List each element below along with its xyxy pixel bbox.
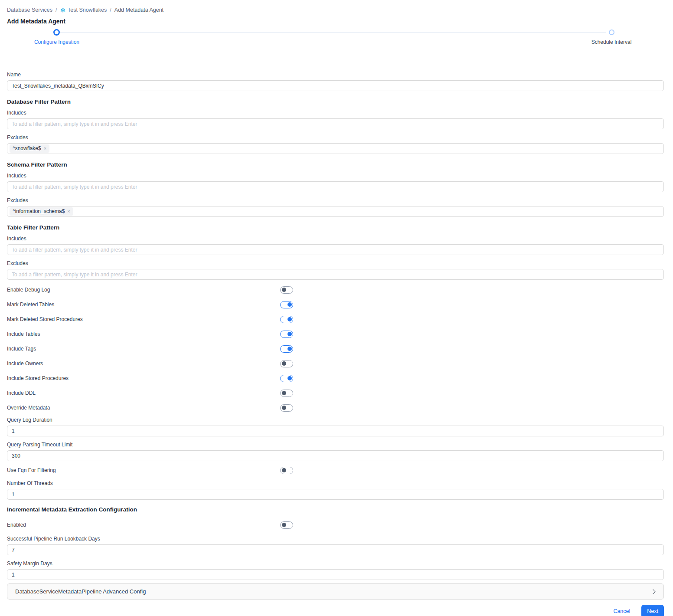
use-fqn-for-filtering-toggle[interactable] bbox=[280, 467, 293, 474]
toggle-label: Include Tables bbox=[7, 331, 40, 337]
schema-includes-label: Includes bbox=[7, 173, 664, 179]
name-label: Name bbox=[7, 72, 664, 78]
table-excludes-input[interactable] bbox=[7, 269, 664, 280]
incremental-enabled-toggle[interactable] bbox=[280, 521, 293, 529]
include-ddl-toggle[interactable] bbox=[280, 390, 293, 397]
stepper: Configure Ingestion Schedule Interval bbox=[7, 29, 664, 48]
add-metadata-agent-page: Database Services / ❄ Test Snowflakes / … bbox=[0, 0, 673, 616]
include-owners-toggle[interactable] bbox=[280, 360, 293, 367]
toggle-label: Include Stored Procedures bbox=[7, 375, 69, 382]
query-parsing-timeout-limit-input[interactable] bbox=[7, 450, 664, 461]
toggle-row-include-tables: Include Tables bbox=[7, 327, 664, 341]
safety-margin-days-label: Safety Margin Days bbox=[7, 560, 664, 567]
lookback-days-input[interactable] bbox=[7, 544, 664, 555]
table-filter-pattern-title: Table Filter Pattern bbox=[7, 224, 664, 231]
toggle-label: Include DDL bbox=[7, 390, 36, 396]
page-title: Add Metadata Agent bbox=[7, 17, 664, 25]
number-of-threads-label: Number Of Threads bbox=[7, 480, 664, 487]
breadcrumb-current: Add Metadata Agent bbox=[114, 7, 163, 13]
form-footer: Cancel Next bbox=[7, 605, 664, 616]
include-tables-toggle[interactable] bbox=[280, 331, 293, 338]
toggle-row-include-tags: Include Tags bbox=[7, 341, 664, 356]
toggle-knob bbox=[282, 361, 286, 366]
override-metadata-toggle[interactable] bbox=[280, 404, 293, 412]
toggle-label: Enable Debug Log bbox=[7, 287, 50, 293]
toggle-row-mark-deleted-tables: Mark Deleted Tables bbox=[7, 297, 664, 312]
toggle-knob bbox=[287, 347, 292, 351]
metadata-agent-form: Name Database Filter Pattern Includes Ex… bbox=[7, 72, 664, 616]
step-schedule-interval-circle bbox=[609, 29, 614, 35]
chevron-right-icon bbox=[650, 589, 655, 594]
query-log-duration-label: Query Log Duration bbox=[7, 417, 664, 423]
enable-debug-log-toggle[interactable] bbox=[280, 286, 293, 294]
toggle-list: Enable Debug Log Mark Deleted Tables Mar… bbox=[7, 282, 664, 415]
toggle-row-enabled: Enabled bbox=[7, 518, 664, 532]
safety-margin-days-input[interactable] bbox=[7, 569, 664, 580]
step-schedule-interval-label: Schedule Interval bbox=[577, 39, 646, 46]
name-input[interactable] bbox=[7, 80, 664, 91]
query-log-duration-input[interactable] bbox=[7, 426, 664, 436]
schema-excludes-input[interactable]: ^information_schema$ × bbox=[7, 206, 664, 217]
breadcrumb: Database Services / ❄ Test Snowflakes / … bbox=[7, 0, 664, 14]
database-excludes-label: Excludes bbox=[7, 134, 664, 141]
database-includes-label: Includes bbox=[7, 110, 664, 116]
next-button[interactable]: Next bbox=[641, 605, 664, 616]
stepper-connector bbox=[60, 32, 606, 33]
step-configure-ingestion-label: Configure Ingestion bbox=[22, 39, 91, 46]
filter-chip: ^snowflake$ × bbox=[10, 144, 49, 153]
toggle-row-enable-debug-log: Enable Debug Log bbox=[7, 282, 664, 297]
toggle-label: Use Fqn For Filtering bbox=[7, 467, 56, 474]
toggle-label: Mark Deleted Stored Procedures bbox=[7, 316, 83, 323]
toggle-knob bbox=[287, 376, 292, 380]
database-excludes-input[interactable]: ^snowflake$ × bbox=[7, 143, 664, 154]
database-includes-input[interactable] bbox=[7, 118, 664, 129]
toggle-row-use-fqn-for-filtering: Use Fqn For Filtering bbox=[7, 463, 664, 478]
toggle-knob bbox=[282, 391, 286, 395]
toggle-label: Enabled bbox=[7, 522, 26, 528]
table-excludes-label: Excludes bbox=[7, 260, 664, 267]
advanced-config-panel[interactable]: DatabaseServiceMetadataPipeline Advanced… bbox=[7, 583, 664, 600]
toggle-row-mark-deleted-stored-procedures: Mark Deleted Stored Procedures bbox=[7, 312, 664, 327]
schema-excludes-label: Excludes bbox=[7, 197, 664, 204]
filter-chip-text: ^information_schema$ bbox=[13, 208, 65, 215]
filter-chip: ^information_schema$ × bbox=[10, 207, 73, 216]
number-of-threads-input[interactable] bbox=[7, 489, 664, 500]
schema-filter-pattern-title: Schema Filter Pattern bbox=[7, 161, 664, 168]
chip-remove-icon[interactable]: × bbox=[44, 146, 46, 151]
cancel-button[interactable]: Cancel bbox=[613, 608, 630, 614]
toggle-label: Include Owners bbox=[7, 360, 43, 367]
query-parsing-timeout-limit-label: Query Parsing Timeout Limit bbox=[7, 442, 664, 448]
toggle-label: Include Tags bbox=[7, 346, 36, 352]
toggle-row-include-owners: Include Owners bbox=[7, 356, 664, 371]
incremental-extraction-title: Incremental Metadata Extraction Configur… bbox=[7, 506, 664, 513]
toggle-knob bbox=[282, 523, 286, 527]
database-filter-pattern-title: Database Filter Pattern bbox=[7, 98, 664, 105]
toggle-row-include-stored-procedures: Include Stored Procedures bbox=[7, 371, 664, 386]
toggle-knob bbox=[282, 406, 286, 410]
toggle-label: Override Metadata bbox=[7, 405, 50, 411]
advanced-config-label: DatabaseServiceMetadataPipeline Advanced… bbox=[15, 588, 146, 595]
lookback-days-label: Successful Pipeline Run Lookback Days bbox=[7, 536, 664, 542]
toggle-row-override-metadata: Override Metadata bbox=[7, 400, 664, 415]
toggle-knob bbox=[287, 317, 292, 321]
filter-chip-text: ^snowflake$ bbox=[13, 145, 41, 152]
chip-remove-icon[interactable]: × bbox=[67, 209, 70, 214]
include-stored-procedures-toggle[interactable] bbox=[280, 375, 293, 382]
toggle-knob bbox=[282, 468, 286, 472]
schema-includes-input[interactable] bbox=[7, 181, 664, 192]
panel-right-edge bbox=[668, 0, 668, 616]
include-tags-toggle[interactable] bbox=[280, 345, 293, 353]
breadcrumb-separator: / bbox=[110, 7, 111, 13]
toggle-knob bbox=[282, 288, 286, 292]
toggle-label: Mark Deleted Tables bbox=[7, 301, 54, 308]
snowflake-icon: ❄ bbox=[60, 7, 65, 13]
toggle-knob bbox=[287, 332, 292, 336]
table-includes-label: Includes bbox=[7, 236, 664, 242]
breadcrumb-database-services[interactable]: Database Services bbox=[7, 7, 52, 13]
step-configure-ingestion-circle[interactable] bbox=[53, 29, 60, 36]
breadcrumb-test-snowflakes[interactable]: Test Snowflakes bbox=[68, 7, 107, 13]
table-includes-input[interactable] bbox=[7, 244, 664, 255]
mark-deleted-tables-toggle[interactable] bbox=[280, 301, 293, 308]
breadcrumb-separator: / bbox=[56, 7, 57, 13]
mark-deleted-stored-procedures-toggle[interactable] bbox=[280, 316, 293, 323]
